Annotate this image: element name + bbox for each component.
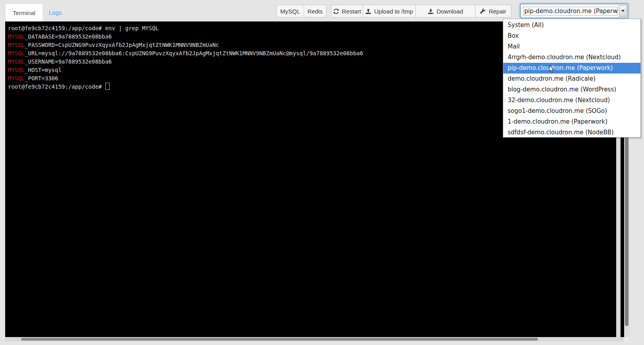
dropdown-option[interactable]: sogo1-demo.cloudron.me (SOGo) — [503, 106, 640, 116]
app-select[interactable]: pip-demo.cloudron.me (Paperwork — [520, 4, 628, 18]
terminal-line: MYSQL_USERNAME=9a7889532e08bba6 — [8, 58, 363, 66]
db-button-group: MySQL Redis — [276, 5, 326, 17]
terminal-text-segment: _DATABASE=9a7889532e08bba6 — [25, 33, 112, 40]
dropdown-option[interactable]: demo.cloudron.me (Radicale) — [503, 74, 640, 84]
tab-terminal[interactable]: Terminal — [6, 4, 43, 21]
dropdown-option[interactable]: pip-demo.cloudron.me (Paperwork) — [503, 63, 640, 74]
terminal-text-segment: MYSQL — [8, 42, 25, 48]
app-select-arrow-button[interactable] — [619, 5, 627, 17]
app-select-dropdown: System (All)BoxMail4rrgrh-demo.cloudron.… — [503, 19, 641, 138]
dropdown-option[interactable]: blog-demo.cloudron.me (WordPress) — [503, 84, 640, 95]
terminal-text-segment: MYSQL — [8, 75, 25, 81]
dropdown-option[interactable]: sdfdsf-demo.cloudron.me (NodeBB) — [503, 127, 640, 138]
dropdown-option[interactable]: 32-demo.cloudron.me (Nextcloud) — [503, 95, 640, 106]
terminal-line: MYSQL_URL=mysql://9a7889532e08bba6:CspUZ… — [8, 49, 363, 58]
cloudron-terminal-page: Terminal Logs MySQL Redis Restart Upload… — [0, 0, 644, 345]
dropdown-option[interactable]: 4rrgrh-demo.cloudron.me (Nextcloud) — [503, 52, 640, 63]
redis-button-label: Redis — [307, 8, 322, 15]
terminal-output: root@fe9cb72c4159:/app/code# env | grep … — [8, 24, 363, 91]
terminal-line: root@fe9cb72c4159:/app/code# — [8, 83, 363, 91]
horizontal-scrollbar[interactable] — [5, 337, 624, 341]
dropdown-option[interactable]: Mail — [503, 41, 640, 52]
repair-button-label: Repair — [489, 8, 506, 15]
dropdown-option[interactable]: Box — [503, 31, 640, 41]
upload-to-tmp-button[interactable]: Upload to /tmp — [363, 5, 416, 17]
horizontal-scrollbar-thumb[interactable] — [21, 338, 538, 341]
tab-logs[interactable]: Logs — [43, 4, 68, 21]
terminal-text-segment: _USERNAME=9a7889532e08bba6 — [25, 58, 112, 65]
restart-button-label: Restart — [342, 8, 361, 15]
repair-button[interactable]: Repair — [475, 5, 511, 17]
mysql-button-label: MySQL — [280, 8, 300, 15]
redis-button[interactable]: Redis — [304, 5, 326, 17]
terminal-line: MYSQL_DATABASE=9a7889532e08bba6 — [8, 33, 363, 41]
terminal-text-segment: MYSQL — [8, 67, 25, 73]
terminal-text-segment: _PASSWORD=CspUZNG9PuvzXqyxAfb2JpAgMxjqtZ… — [25, 42, 219, 48]
download-icon — [428, 8, 434, 14]
mouse-cursor-arrow — [549, 65, 555, 75]
mysql-button[interactable]: MySQL — [276, 5, 304, 17]
terminal-text-segment: MYSQL — [8, 58, 25, 65]
app-select-value: pip-demo.cloudron.me (Paperwork — [523, 7, 618, 16]
terminal-text-segment: MYSQL — [8, 50, 25, 56]
upload-icon — [365, 8, 371, 14]
refresh-icon — [333, 8, 339, 14]
scrollbar-corner — [624, 337, 629, 341]
terminal-text-segment: _PORT=3306 — [25, 75, 58, 81]
tab-logs-label: Logs — [49, 9, 62, 16]
terminal-line: root@fe9cb72c4159:/app/code# env | grep … — [8, 24, 363, 33]
terminal-text-segment: MYSQL — [8, 33, 25, 40]
wrench-icon — [480, 8, 486, 14]
download-button[interactable]: Download — [415, 5, 475, 17]
download-button-label: Download — [436, 8, 463, 15]
terminal-text-segment: root@fe9cb72c4159:/app/code# env | grep … — [8, 25, 159, 31]
dropdown-option[interactable]: 1-demo.cloudron.me (Paperwork) — [503, 116, 640, 127]
terminal-text-segment: _HOST=mysql — [25, 67, 62, 73]
chevron-down-icon — [621, 10, 625, 12]
upload-button-label: Upload to /tmp — [374, 8, 413, 15]
terminal-line: MYSQL_PASSWORD=CspUZNG9PuvzXqyxAfb2JpAgM… — [8, 41, 363, 49]
restart-button[interactable]: Restart — [331, 5, 363, 17]
terminal-text-segment: root@fe9cb72c4159:/app/code# — [8, 83, 105, 90]
terminal-line: MYSQL_HOST=mysql — [8, 66, 363, 74]
terminal-line: MYSQL_PORT=3306 — [8, 74, 363, 83]
dropdown-option[interactable]: System (All) — [503, 20, 640, 31]
actions-button-group: Restart Upload to /tmp Download Repair — [331, 5, 511, 17]
tab-terminal-label: Terminal — [13, 10, 35, 16]
terminal-text-segment: _URL=mysql://9a7889532e08bba6:CspUZNG9Pu… — [25, 50, 363, 56]
terminal-cursor — [105, 83, 110, 90]
